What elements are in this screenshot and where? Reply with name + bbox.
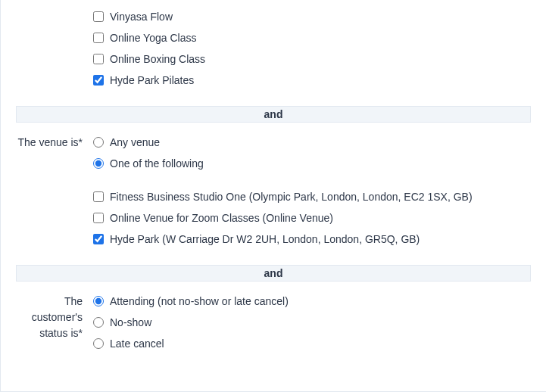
- venue-radio-label[interactable]: Any venue: [110, 135, 160, 150]
- status-content: Attending (not no-show or late cancel) N…: [93, 291, 531, 354]
- venue-option-row: Fitness Business Studio One (Olympic Par…: [93, 186, 531, 207]
- class-option-checkbox[interactable]: [93, 54, 104, 64]
- status-label: The customer's status is*: [16, 291, 93, 341]
- venue-radio-label[interactable]: One of the following: [110, 156, 204, 171]
- class-option-checkbox[interactable]: [93, 75, 104, 86]
- separator-and: and: [16, 265, 531, 282]
- venue-content: Any venue One of the following Fitness B…: [93, 132, 531, 250]
- status-radio-label[interactable]: Late cancel: [110, 336, 164, 351]
- venue-option-checkbox[interactable]: [93, 213, 104, 223]
- class-option-label[interactable]: Vinyasa Flow: [110, 9, 173, 24]
- venue-option-row: Online Venue for Zoom Classes (Online Ve…: [93, 207, 531, 229]
- status-radio-late-cancel[interactable]: [93, 338, 104, 349]
- class-option-row: Vinyasa Flow: [93, 6, 531, 27]
- class-type-label: [16, 6, 93, 9]
- status-radio-label[interactable]: Attending (not no-show or late cancel): [110, 294, 289, 309]
- venue-radio-row: One of the following: [93, 153, 531, 174]
- class-option-checkbox[interactable]: [93, 33, 104, 43]
- status-radio-row: Late cancel: [93, 333, 531, 354]
- venue-option-label[interactable]: Online Venue for Zoom Classes (Online Ve…: [110, 210, 333, 226]
- status-radio-attending[interactable]: [93, 296, 104, 306]
- venue-radio-any[interactable]: [93, 137, 104, 148]
- venue-option-label[interactable]: Hyde Park (W Carriage Dr W2 2UH, London,…: [110, 232, 420, 247]
- class-type-options: Vinyasa Flow Online Yoga Class Online Bo…: [93, 6, 531, 91]
- class-option-label[interactable]: Online Boxing Class: [110, 51, 205, 67]
- status-radio-no-show[interactable]: [93, 317, 104, 328]
- venue-radio-row: Any venue: [93, 132, 531, 153]
- venue-option-row: Hyde Park (W Carriage Dr W2 2UH, London,…: [93, 229, 531, 250]
- class-option-label[interactable]: Hyde Park Pilates: [110, 73, 194, 88]
- venue-section: The venue is* Any venue One of the follo…: [16, 126, 531, 262]
- class-option-checkbox[interactable]: [93, 11, 104, 22]
- separator-and: and: [16, 106, 531, 123]
- class-option-label[interactable]: Online Yoga Class: [110, 30, 196, 45]
- status-radio-row: No-show: [93, 312, 531, 333]
- status-section: The customer's status is* Attending (not…: [16, 285, 531, 366]
- class-option-row: Online Boxing Class: [93, 48, 531, 70]
- venue-radio-one-of[interactable]: [93, 158, 104, 169]
- class-option-row: Hyde Park Pilates: [93, 70, 531, 91]
- class-option-row: Online Yoga Class: [93, 27, 531, 48]
- status-radio-label[interactable]: No-show: [110, 315, 151, 330]
- venue-option-label[interactable]: Fitness Business Studio One (Olympic Par…: [110, 189, 473, 204]
- venue-label: The venue is*: [16, 132, 93, 151]
- venue-option-checkbox[interactable]: [93, 191, 104, 202]
- status-radio-row: Attending (not no-show or late cancel): [93, 291, 531, 312]
- class-type-section: Vinyasa Flow Online Yoga Class Online Bo…: [16, 0, 531, 103]
- venue-option-checkbox[interactable]: [93, 234, 104, 244]
